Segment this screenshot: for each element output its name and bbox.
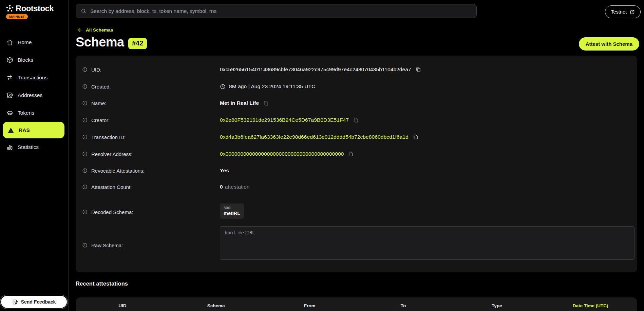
copy-icon[interactable]: [413, 134, 418, 140]
name-label-group: Name:: [82, 100, 220, 106]
send-feedback-button[interactable]: Send Feedback: [1, 296, 67, 308]
name-value: Met in Real Life: [220, 100, 259, 106]
column-header-type: Type: [450, 303, 544, 308]
schema-field-type: BOOL: [224, 206, 240, 210]
created-value: 8M ago | Aug 23 2024 19:11:35 UTC: [229, 83, 315, 90]
decoded-schema-row: Decoded Schema:: [82, 208, 630, 216]
info-icon: [82, 84, 88, 89]
attestation-count-row: Attestation Count: 0 attestation: [82, 182, 630, 191]
external-link-icon: [630, 9, 635, 15]
transaction-id-link[interactable]: 0xd4a3b6fea627fa63363fe22e90d66ed613e912…: [220, 134, 409, 140]
raw-schema-label-group: Raw Schema:: [82, 242, 220, 248]
info-icon: [82, 209, 88, 215]
sidebar-item-tokens[interactable]: Tokens: [0, 104, 69, 122]
created-value-group: 8M ago | Aug 23 2024 19:11:35 UTC: [220, 83, 315, 90]
column-header-datetime: Date Time (UTC): [544, 303, 637, 308]
schema-field-name: metIRL: [224, 211, 240, 216]
sidebar-item-home[interactable]: Home: [0, 34, 69, 51]
resolver-address-row: Resolver Address: 0x00000000000000000000…: [82, 150, 630, 158]
attestation-count-value-group: 0 attestation: [220, 184, 249, 190]
created-row: Created: 8M ago | Aug 23 2024 19:11:35 U…: [82, 82, 630, 91]
resolver-address-label-group: Resolver Address:: [82, 151, 220, 157]
transaction-id-label: Transaction ID:: [91, 134, 126, 140]
uid-label-group: UID:: [82, 67, 220, 73]
created-label: Created:: [91, 84, 111, 90]
panel-divider: [80, 197, 632, 197]
resolver-address-label: Resolver Address:: [91, 151, 133, 157]
brand-logo[interactable]: Rootstock: [6, 4, 54, 13]
transaction-id-label-group: Transaction ID:: [82, 134, 220, 140]
sidebar-item-addresses[interactable]: Addresses: [0, 86, 69, 104]
search-bar: [76, 4, 477, 18]
attest-with-schema-button[interactable]: Attest with Schema: [579, 37, 639, 51]
info-icon: [82, 117, 88, 123]
sidebar-item-statistics[interactable]: Statistics: [0, 138, 69, 156]
testnet-label: Testnet: [611, 9, 627, 15]
creator-address-link[interactable]: 0x2e80F532191de291536B24Ce5D67a9B0D3E51F…: [220, 117, 349, 123]
sidebar-item-label: Tokens: [18, 110, 34, 116]
info-icon: [82, 100, 88, 106]
copy-icon[interactable]: [416, 67, 421, 72]
copy-icon[interactable]: [353, 117, 359, 123]
sidebar-nav: Home Blocks Transactions Addresses Token…: [0, 34, 69, 156]
attestations-table-header: UID Schema From To Type Date Time (UTC): [76, 297, 637, 308]
rootstock-logo-icon: [6, 4, 14, 13]
cube-icon: [6, 57, 13, 63]
testnet-switch-button[interactable]: Testnet: [605, 5, 641, 18]
info-icon: [82, 168, 88, 173]
back-to-all-schemas-link[interactable]: All Schemas: [77, 27, 113, 33]
feedback-pencil-icon: [12, 299, 18, 305]
sidebar-item-label: Blocks: [18, 57, 33, 63]
created-label-group: Created:: [82, 84, 220, 90]
copy-icon[interactable]: [263, 100, 269, 106]
info-icon: [82, 134, 88, 140]
creator-label: Creator:: [91, 117, 110, 123]
bar-chart-icon: [6, 144, 13, 151]
uid-row: UID: 0xc59265615401143689cbfe73046a922c9…: [82, 65, 630, 74]
info-icon: [82, 67, 88, 72]
attestation-count-value: 0: [220, 184, 223, 190]
name-value-group: Met in Real Life: [220, 100, 269, 106]
attestation-count-label: Attestation Count:: [91, 184, 132, 190]
sidebar-item-label: Statistics: [18, 144, 39, 150]
resolver-address-link[interactable]: 0x00000000000000000000000000000000000000…: [220, 151, 344, 157]
recent-attestations-heading: Recent attestations: [76, 280, 128, 287]
column-header-from: From: [263, 303, 357, 308]
creator-value-group: 0x2e80F532191de291536B24Ce5D67a9B0D3E51F…: [220, 117, 359, 123]
uid-value-group: 0xc59265615401143689cbfe73046a922c975c99…: [220, 66, 421, 73]
swap-arrows-icon: [6, 74, 13, 81]
info-icon: [82, 151, 88, 157]
copy-icon[interactable]: [348, 151, 354, 157]
attestation-count-link[interactable]: attestation: [225, 184, 250, 190]
info-icon: [82, 242, 88, 248]
home-icon: [6, 39, 13, 46]
search-input[interactable]: [90, 8, 472, 14]
name-row: Name: Met in Real Life: [82, 99, 630, 108]
sidebar-item-ras[interactable]: RAS: [3, 122, 64, 138]
transaction-id-value-group: 0xd4a3b6fea627fa63363fe22e90d66ed613e912…: [220, 134, 418, 140]
sidebar-item-blocks[interactable]: Blocks: [0, 51, 69, 69]
creator-label-group: Creator:: [82, 117, 220, 123]
revocable-label: Revocable Attestations:: [91, 168, 145, 174]
mountain-icon: [7, 127, 14, 134]
column-header-uid: UID: [76, 303, 169, 308]
decoded-schema-label-group: Decoded Schema:: [82, 209, 220, 215]
schema-number-badge: #42: [128, 38, 147, 49]
clock-icon: [220, 84, 226, 90]
attestation-count-label-group: Attestation Count:: [82, 184, 220, 190]
brand-name: Rootstock: [16, 4, 54, 13]
raw-schema-textarea[interactable]: bool metIRL: [220, 226, 634, 260]
raw-schema-label: Raw Schema:: [91, 242, 123, 248]
uid-label: UID:: [91, 67, 101, 73]
page-title: Schema: [76, 35, 124, 50]
sidebar-item-label: RAS: [19, 127, 30, 133]
revocable-value-group: Yes: [220, 168, 229, 174]
creator-row: Creator: 0x2e80F532191de291536B24Ce5D67a…: [82, 116, 630, 124]
search-icon: [81, 8, 87, 14]
decoded-schema-label: Decoded Schema:: [91, 209, 133, 215]
revocable-row: Revocable Attestations: Yes: [82, 166, 630, 175]
transaction-id-row: Transaction ID: 0xd4a3b6fea627fa63363fe2…: [82, 133, 630, 141]
sidebar-item-transactions[interactable]: Transactions: [0, 69, 69, 86]
column-header-to: To: [357, 303, 450, 308]
revocable-label-group: Revocable Attestations:: [82, 168, 220, 174]
